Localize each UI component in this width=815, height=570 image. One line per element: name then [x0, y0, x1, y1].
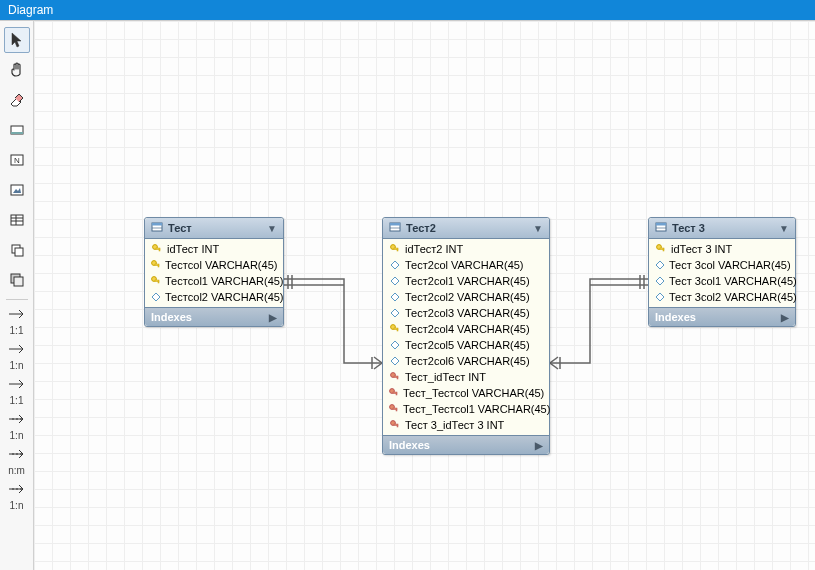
column-row[interactable]: idТест 3 INT: [649, 241, 795, 257]
table-tool[interactable]: [4, 207, 30, 233]
svg-marker-69: [656, 261, 664, 269]
column-label: idТест INT: [167, 243, 219, 255]
rel-1-n-b[interactable]: 1:n: [4, 410, 30, 443]
expand-arrow-icon[interactable]: ▶: [269, 312, 277, 323]
relation-arrow-icon: [4, 305, 30, 323]
svg-rect-41: [397, 249, 398, 251]
column-row[interactable]: Тест2col6 VARCHAR(45): [383, 353, 549, 369]
rel-n-m[interactable]: n:m: [4, 445, 30, 478]
svg-rect-28: [159, 249, 160, 251]
column-row[interactable]: Тест 3col2 VARCHAR(45): [649, 289, 795, 305]
svg-marker-71: [656, 293, 664, 301]
svg-rect-62: [397, 425, 398, 427]
diamond-icon: [655, 292, 665, 302]
svg-rect-37: [390, 223, 400, 226]
diamond-icon: [389, 260, 401, 270]
diamond-icon: [655, 260, 665, 270]
table-name: Тест: [168, 222, 192, 234]
column-row[interactable]: Тест_Тестcol VARCHAR(45): [383, 385, 549, 401]
relation-label: n:m: [4, 465, 30, 476]
column-label: idТест 3 INT: [671, 243, 732, 255]
svg-rect-11: [15, 248, 23, 256]
diamond-icon: [151, 292, 161, 302]
stack-tool[interactable]: [4, 267, 30, 293]
hand-tool[interactable]: [4, 57, 30, 83]
column-label: Тест2col1 VARCHAR(45): [405, 275, 530, 287]
diamond-icon: [389, 292, 401, 302]
connector-t2-t3: [550, 273, 650, 373]
column-label: Тестcol VARCHAR(45): [165, 259, 277, 271]
column-row[interactable]: Тестcol VARCHAR(45): [145, 257, 283, 273]
window-title: Diagram: [8, 3, 53, 17]
db-table-t3[interactable]: Тест 3▼idТест 3 INTТест 3col VARCHAR(45)…: [648, 217, 796, 327]
column-label: Тест 3col2 VARCHAR(45): [669, 291, 797, 303]
db-table-t1[interactable]: Тест▼idТест INTТестcol VARCHAR(45)Тестco…: [144, 217, 284, 327]
relation-label: 1:n: [4, 360, 30, 371]
relation-label: 1:1: [4, 395, 30, 406]
column-row[interactable]: idТест2 INT: [383, 241, 549, 257]
diamond-icon: [389, 276, 401, 286]
table-columns: idТест INTТестcol VARCHAR(45)Тестcol1 VA…: [145, 239, 283, 307]
expand-arrow-icon[interactable]: ▶: [781, 312, 789, 323]
column-label: Тест2col VARCHAR(45): [405, 259, 524, 271]
table-footer-indexes[interactable]: Indexes▶: [649, 307, 795, 326]
column-row[interactable]: idТест INT: [145, 241, 283, 257]
table-footer-indexes[interactable]: Indexes▶: [383, 435, 549, 454]
diagram-canvas[interactable]: Тест▼idТест INTТестcol VARCHAR(45)Тестco…: [34, 21, 815, 570]
collapse-arrow-icon[interactable]: ▼: [267, 223, 277, 234]
relation-arrow-icon: [4, 410, 30, 428]
column-row[interactable]: Тест2col VARCHAR(45): [383, 257, 549, 273]
placement-tool[interactable]: N: [4, 147, 30, 173]
svg-rect-64: [656, 223, 666, 226]
column-label: Тестcol1 VARCHAR(45): [165, 275, 284, 287]
svg-rect-13: [14, 277, 23, 286]
column-row[interactable]: Тестcol1 VARCHAR(45): [145, 273, 283, 289]
column-row[interactable]: Тестcol2 VARCHAR(45): [145, 289, 283, 305]
key-icon: [389, 324, 401, 334]
column-row[interactable]: Тест 3_idТест 3 INT: [383, 417, 549, 433]
copy-tool[interactable]: [4, 237, 30, 263]
svg-marker-42: [391, 261, 399, 269]
column-row[interactable]: Тест 3col VARCHAR(45): [649, 257, 795, 273]
rel-1-1-b[interactable]: 1:1: [4, 375, 30, 408]
table-name: Тест 3: [672, 222, 705, 234]
column-row[interactable]: Тест_Тестcol1 VARCHAR(45): [383, 401, 549, 417]
expand-arrow-icon[interactable]: ▶: [535, 440, 543, 451]
table-header[interactable]: Тест 3▼: [649, 218, 795, 239]
column-row[interactable]: Тест_idТест INT: [383, 369, 549, 385]
rel-1-n-c[interactable]: 1:n: [4, 480, 30, 513]
svg-rect-53: [397, 377, 398, 379]
relation-arrow-icon: [4, 340, 30, 358]
svg-rect-1: [11, 132, 23, 134]
key-icon: [151, 276, 161, 286]
column-row[interactable]: Тест2col5 VARCHAR(45): [383, 337, 549, 353]
column-row[interactable]: Тест2col4 VARCHAR(45): [383, 321, 549, 337]
pointer-tool[interactable]: [4, 27, 30, 53]
relation-label: 1:1: [4, 325, 30, 336]
image-tool[interactable]: [4, 177, 30, 203]
column-label: idТест2 INT: [405, 243, 463, 255]
collapse-arrow-icon[interactable]: ▼: [533, 223, 543, 234]
collapse-arrow-icon[interactable]: ▼: [779, 223, 789, 234]
column-row[interactable]: Тест2col2 VARCHAR(45): [383, 289, 549, 305]
svg-text:N: N: [14, 156, 20, 165]
table-footer-indexes[interactable]: Indexes▶: [145, 307, 283, 326]
rel-1-1[interactable]: 1:1: [4, 305, 30, 338]
db-table-t2[interactable]: Тест2▼idТест2 INTТест2col VARCHAR(45)Тес…: [382, 217, 550, 455]
column-label: Тест_idТест INT: [405, 371, 486, 383]
column-label: Тест 3col1 VARCHAR(45): [669, 275, 797, 287]
diamond-icon: [655, 276, 665, 286]
svg-rect-31: [158, 265, 159, 267]
rel-1-n[interactable]: 1:n: [4, 340, 30, 373]
svg-rect-59: [396, 409, 397, 411]
layer-tool[interactable]: [4, 117, 30, 143]
indexes-label: Indexes: [151, 311, 192, 323]
table-header[interactable]: Тест▼: [145, 218, 283, 239]
table-header[interactable]: Тест2▼: [383, 218, 549, 239]
toolbar-separator: [6, 299, 28, 300]
fk-key-icon: [389, 404, 399, 414]
column-row[interactable]: Тест 3col1 VARCHAR(45): [649, 273, 795, 289]
eraser-tool[interactable]: [4, 87, 30, 113]
column-row[interactable]: Тест2col3 VARCHAR(45): [383, 305, 549, 321]
column-row[interactable]: Тест2col1 VARCHAR(45): [383, 273, 549, 289]
